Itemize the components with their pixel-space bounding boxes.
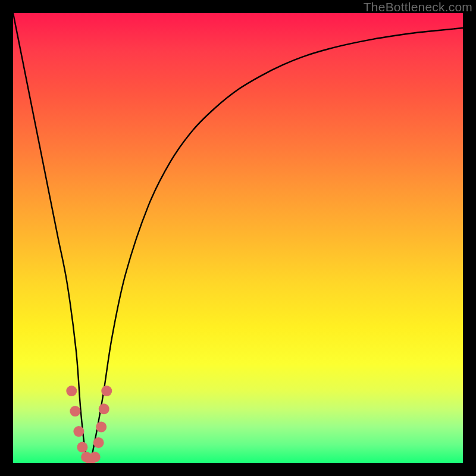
- watermark-text: TheBottleneck.com: [364, 0, 472, 14]
- curve-marker: [93, 437, 104, 448]
- curve-marker: [101, 386, 112, 396]
- curve-marker: [90, 452, 101, 462]
- curve-marker: [81, 452, 92, 462]
- chart-frame: TheBottleneck.com: [0, 0, 476, 476]
- chart-plot-area: [13, 13, 463, 463]
- chart-svg: [13, 13, 463, 463]
- curve-marker: [73, 426, 84, 437]
- bottleneck-curve: [13, 13, 463, 463]
- curve-marker: [85, 455, 96, 463]
- curve-marker: [70, 406, 80, 416]
- curve-marker: [66, 386, 77, 396]
- curve-marker: [96, 422, 107, 433]
- curve-markers: [66, 386, 112, 463]
- curve-marker: [99, 403, 109, 414]
- curve-marker: [77, 442, 87, 453]
